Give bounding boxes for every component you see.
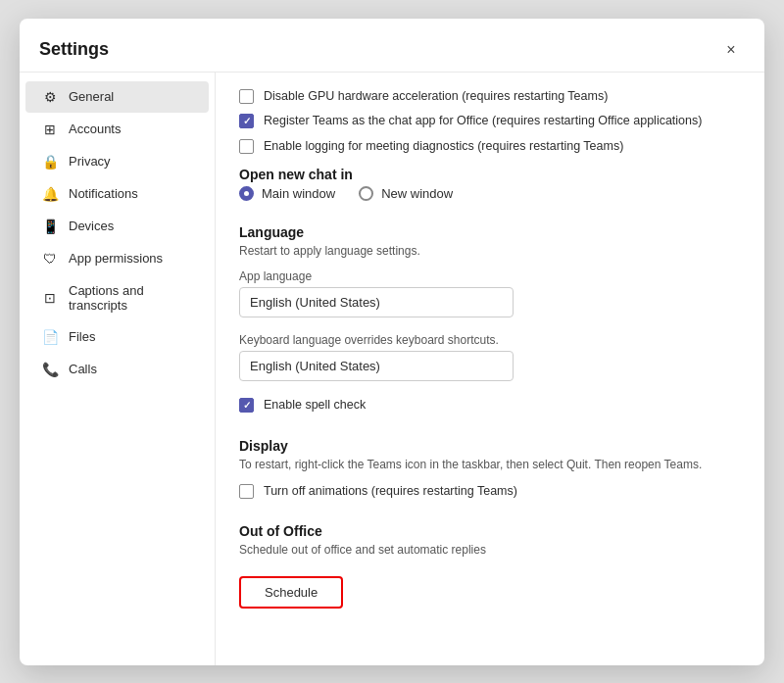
checkbox-animations[interactable] <box>239 484 254 499</box>
dialog-title: Settings <box>39 39 109 60</box>
language-subtitle: Restart to apply language settings. <box>239 244 741 258</box>
radio-new-window-label: New window <box>381 186 453 201</box>
sidebar-item-label-app-permissions: App permissions <box>69 251 163 266</box>
checkbox-logging-label: Enable logging for meeting diagnostics (… <box>264 138 623 156</box>
accounts-icon: ⊞ <box>41 122 59 137</box>
language-title: Language <box>239 224 741 240</box>
display-title: Display <box>239 438 741 454</box>
sidebar-item-label-notifications: Notifications <box>69 186 138 201</box>
checkbox-animations-label: Turn off animations (requires restarting… <box>264 483 517 501</box>
sidebar-item-label-captions: Captions and transcripts <box>69 283 193 313</box>
privacy-icon: 🔒 <box>41 154 59 170</box>
radio-main-window[interactable]: Main window <box>239 186 335 201</box>
checkbox-gpu[interactable] <box>239 89 254 104</box>
out-of-office-subtitle: Schedule out of office and set automatic… <box>239 543 741 557</box>
keyboard-language-desc: Keyboard language overrides keyboard sho… <box>239 333 741 347</box>
sidebar-item-privacy[interactable]: 🔒 Privacy <box>25 146 209 177</box>
notifications-icon: 🔔 <box>41 186 59 202</box>
checkbox-row-logging: Enable logging for meeting diagnostics (… <box>239 138 741 156</box>
sidebar-item-notifications[interactable]: 🔔 Notifications <box>25 178 209 210</box>
checkbox-row-gpu: Disable GPU hardware acceleration (requi… <box>239 88 741 106</box>
sidebar-item-label-files: Files <box>69 329 95 344</box>
sidebar-item-files[interactable]: 📄 Files <box>25 321 209 353</box>
settings-dialog: Settings × ⚙ General ⊞ Accounts 🔒 Privac… <box>20 19 764 665</box>
display-subtitle: To restart, right-click the Teams icon i… <box>239 458 741 471</box>
open-chat-radio-group: Main window New window <box>239 186 741 201</box>
app-language-select[interactable]: English (United States) <box>239 287 514 317</box>
main-content: Disable GPU hardware acceleration (requi… <box>216 73 764 665</box>
dialog-header: Settings × <box>20 19 764 73</box>
radio-main-window-label: Main window <box>262 186 335 201</box>
checkbox-gpu-label: Disable GPU hardware acceleration (requi… <box>264 88 608 106</box>
language-section: Language Restart to apply language setti… <box>239 224 741 415</box>
files-icon: 📄 <box>41 329 59 345</box>
checkbox-register[interactable] <box>239 114 254 128</box>
dialog-body: ⚙ General ⊞ Accounts 🔒 Privacy 🔔 Notific… <box>20 73 764 665</box>
checkbox-row-animations: Turn off animations (requires restarting… <box>239 483 741 501</box>
open-chat-title: Open new chat in <box>239 167 741 182</box>
radio-main-window-circle[interactable] <box>239 186 254 201</box>
top-checkboxes: Disable GPU hardware acceleration (requi… <box>239 88 741 156</box>
sidebar-item-label-general: General <box>69 89 114 104</box>
sidebar-item-captions[interactable]: ⊡ Captions and transcripts <box>25 275 209 320</box>
devices-icon: 📱 <box>41 219 59 234</box>
sidebar-item-devices[interactable]: 📱 Devices <box>25 211 209 242</box>
checkbox-row-register: Register Teams as the chat app for Offic… <box>239 113 741 130</box>
radio-new-window[interactable]: New window <box>359 186 453 201</box>
sidebar: ⚙ General ⊞ Accounts 🔒 Privacy 🔔 Notific… <box>20 73 216 665</box>
keyboard-language-select[interactable]: English (United States) <box>239 351 514 381</box>
sidebar-item-label-accounts: Accounts <box>69 122 121 136</box>
schedule-button[interactable]: Schedule <box>239 576 343 609</box>
sidebar-item-app-permissions[interactable]: 🛡 App permissions <box>25 243 209 274</box>
captions-icon: ⊡ <box>41 290 59 306</box>
sidebar-item-general[interactable]: ⚙ General <box>25 81 209 113</box>
calls-icon: 📞 <box>41 362 59 377</box>
open-new-chat-section: Open new chat in Main window New window <box>239 167 741 201</box>
sidebar-item-label-calls: Calls <box>69 362 97 376</box>
sidebar-item-calls[interactable]: 📞 Calls <box>25 354 209 385</box>
out-of-office-section: Out of Office Schedule out of office and… <box>239 523 741 609</box>
checkbox-register-label: Register Teams as the chat app for Offic… <box>264 113 702 130</box>
app-language-dropdown-container: English (United States) <box>239 287 514 317</box>
keyboard-language-dropdown-container: English (United States) <box>239 351 514 381</box>
sidebar-item-label-devices: Devices <box>69 219 114 233</box>
app-language-label: App language <box>239 269 741 283</box>
checkbox-spellcheck[interactable] <box>239 398 254 413</box>
checkbox-logging[interactable] <box>239 139 254 154</box>
display-section: Display To restart, right-click the Team… <box>239 438 741 501</box>
app-permissions-icon: 🛡 <box>41 251 59 267</box>
close-button[interactable]: × <box>717 36 745 64</box>
general-icon: ⚙ <box>41 89 59 105</box>
checkbox-spellcheck-label: Enable spell check <box>264 397 366 415</box>
checkbox-row-spellcheck: Enable spell check <box>239 397 741 415</box>
radio-new-window-circle[interactable] <box>359 186 373 201</box>
sidebar-item-accounts[interactable]: ⊞ Accounts <box>25 114 209 145</box>
sidebar-item-label-privacy: Privacy <box>69 154 111 169</box>
out-of-office-title: Out of Office <box>239 523 741 539</box>
